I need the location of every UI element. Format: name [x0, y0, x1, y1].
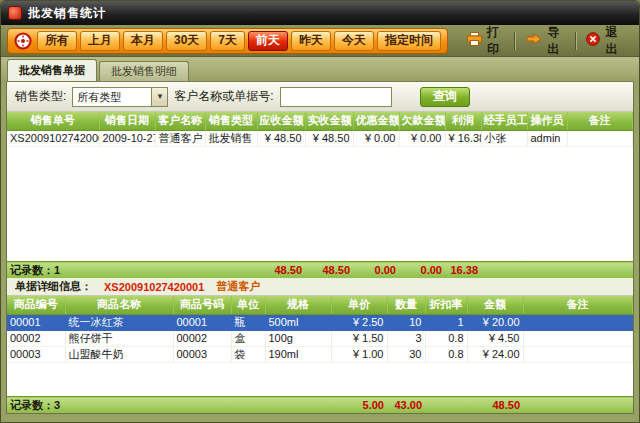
table-cell: 2009-10-27 — [99, 130, 155, 146]
tab-sales-orders[interactable]: 批发销售单据 — [7, 59, 97, 81]
chevron-down-icon[interactable]: ▼ — [151, 88, 167, 106]
table-cell: XS20091027420001 — [7, 130, 99, 146]
exit-button[interactable]: 退出 — [575, 25, 633, 56]
date-filter-button[interactable]: 本月 — [123, 31, 163, 51]
summary-cell — [265, 397, 331, 414]
column-header[interactable]: 销售单号 — [7, 112, 99, 130]
exit-icon — [586, 32, 600, 49]
app-window: 批发销售统计 所有上月本月30天7天前天昨天今天指定时间 — [0, 0, 640, 423]
table-cell: 100g — [265, 330, 331, 346]
date-filter-button[interactable]: 指定时间 — [377, 31, 441, 51]
sale-type-value: 所有类型 — [73, 88, 151, 106]
customer-input[interactable] — [280, 87, 392, 107]
summary-cell: 记录数：3 — [7, 397, 65, 414]
print-label: 打印 — [487, 24, 503, 58]
date-filter-button[interactable]: 今天 — [334, 31, 374, 51]
column-header[interactable]: 操作员 — [527, 112, 567, 130]
app-icon — [8, 6, 22, 20]
table-cell: 0.8 — [425, 346, 467, 362]
column-header[interactable]: 客户名称 — [155, 112, 205, 130]
column-header[interactable]: 实收金额 — [305, 112, 353, 130]
table-cell: ¥ 20.00 — [467, 314, 523, 330]
column-header[interactable]: 优惠金额 — [353, 112, 399, 130]
table-cell: 10 — [387, 314, 425, 330]
sale-type-dropdown[interactable]: 所有类型 ▼ — [72, 87, 168, 107]
date-filter-button[interactable]: 所有 — [37, 31, 77, 51]
date-filter-group: 所有上月本月30天7天前天昨天今天指定时间 — [7, 28, 448, 54]
column-header[interactable]: 商品号码 — [173, 296, 231, 314]
summary-cell: 48.50 — [305, 262, 353, 279]
date-filter-button[interactable]: 30天 — [166, 31, 207, 51]
table-cell: 统一冰红茶 — [65, 314, 173, 330]
column-header[interactable]: 单位 — [231, 296, 265, 314]
column-header[interactable]: 商品编号 — [7, 296, 65, 314]
export-button[interactable]: 导出 — [515, 25, 574, 56]
sale-type-label: 销售类型: — [15, 88, 66, 105]
column-header[interactable]: 备注 — [567, 112, 633, 130]
table-cell: 3 — [387, 330, 425, 346]
table-cell — [523, 346, 633, 362]
table-row[interactable]: 00001统一冰红茶00001瓶500ml¥ 2.50101¥ 20.00 — [7, 314, 633, 330]
column-header[interactable]: 备注 — [523, 296, 633, 314]
column-header[interactable]: 销售日期 — [99, 112, 155, 130]
orders-summary-bar: 记录数：148.5048.500.000.0016.38 — [7, 261, 633, 278]
table-cell: ¥ 1.00 — [331, 346, 387, 362]
column-header[interactable]: 金额 — [467, 296, 523, 314]
table-cell: 袋 — [231, 346, 265, 362]
query-button[interactable]: 查询 — [420, 87, 470, 107]
orders-table: 销售单号销售日期客户名称销售类型应收金额实收金额优惠金额欠款金额利润经手员工操作… — [7, 112, 633, 147]
column-header[interactable]: 折扣率 — [425, 296, 467, 314]
table-cell: ¥ 0.00 — [353, 130, 399, 146]
table-row[interactable]: 00003山盟酸牛奶00003袋190ml¥ 1.00300.8¥ 24.00 — [7, 346, 633, 362]
table-row[interactable]: XS200910274200012009-10-27普通客户批发销售¥ 48.5… — [7, 130, 633, 146]
column-header[interactable]: 欠款金额 — [399, 112, 445, 130]
items-table: 商品编号商品名称商品号码单位规格单价数量折扣率金额备注 00001统一冰红茶00… — [7, 296, 633, 363]
summary-row: 记录数：148.5048.500.000.0016.38 — [7, 262, 633, 279]
table-cell: 瓶 — [231, 314, 265, 330]
column-header[interactable]: 利润 — [445, 112, 481, 130]
table-cell: 500ml — [265, 314, 331, 330]
summary-cell — [205, 262, 257, 279]
summary-cell: 43.00 — [387, 397, 425, 414]
print-button[interactable]: 打印 — [456, 25, 514, 56]
date-filter-button[interactable]: 7天 — [210, 31, 245, 51]
summary-cell: 16.38 — [445, 262, 481, 279]
column-header[interactable]: 经手员工 — [481, 112, 527, 130]
summary-cell: 5.00 — [331, 397, 387, 414]
printer-icon — [467, 32, 482, 49]
table-cell: 30 — [387, 346, 425, 362]
items-table-area: 商品编号商品名称商品号码单位规格单价数量折扣率金额备注 00001统一冰红茶00… — [7, 296, 633, 396]
table-cell: 盒 — [231, 330, 265, 346]
detail-info-label: 单据详细信息： — [15, 279, 92, 294]
table-cell: admin — [527, 130, 567, 146]
column-header[interactable]: 商品名称 — [65, 296, 173, 314]
tab-sales-details[interactable]: 批发销售明细 — [99, 61, 189, 81]
summary-cell — [155, 262, 205, 279]
table-cell: ¥ 4.50 — [467, 330, 523, 346]
clock-icon — [14, 32, 32, 50]
table-cell: 00003 — [173, 346, 231, 362]
summary-cell — [481, 262, 527, 279]
table-row[interactable]: 00002熊仔饼干00002盒100g¥ 1.5030.8¥ 4.50 — [7, 330, 633, 346]
column-header[interactable]: 应收金额 — [257, 112, 305, 130]
summary-cell: 48.50 — [467, 397, 523, 414]
date-filter-button[interactable]: 上月 — [80, 31, 120, 51]
date-filter-button[interactable]: 昨天 — [291, 31, 331, 51]
column-header[interactable]: 数量 — [387, 296, 425, 314]
table-cell: 熊仔饼干 — [65, 330, 173, 346]
column-header[interactable]: 单价 — [331, 296, 387, 314]
export-label: 导出 — [547, 24, 563, 58]
detail-info-bar: 单据详细信息： XS20091027420001 普通客户 — [7, 278, 633, 296]
table-cell: 190ml — [265, 346, 331, 362]
column-header[interactable]: 销售类型 — [205, 112, 257, 130]
detail-customer-name: 普通客户 — [216, 279, 260, 294]
date-filter-button[interactable]: 前天 — [248, 31, 288, 51]
detail-order-number: XS20091027420001 — [104, 281, 204, 293]
summary-cell: 0.00 — [399, 262, 445, 279]
table-cell: ¥ 48.50 — [305, 130, 353, 146]
column-header[interactable]: 规格 — [265, 296, 331, 314]
summary-cell: 48.50 — [257, 262, 305, 279]
summary-row: 记录数：35.0043.0048.50 — [7, 397, 633, 414]
table-cell: ¥ 2.50 — [331, 314, 387, 330]
customer-label: 客户名称或单据号: — [174, 88, 273, 105]
